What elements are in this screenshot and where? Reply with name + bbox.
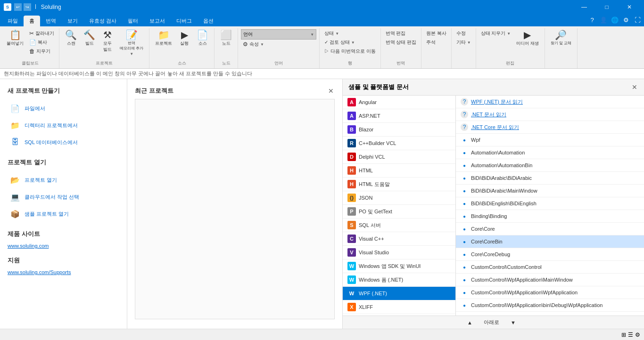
tab-view[interactable]: 보기: [62, 16, 83, 26]
sample-item[interactable]: ●CustomControl\WpfApplication\WpfApplica…: [456, 286, 644, 299]
maximize-button[interactable]: □: [596, 0, 618, 14]
sample-item[interactable]: ●Core\CoreDebug: [456, 248, 644, 261]
sample-item[interactable]: ●Core\CoreBin: [456, 235, 644, 248]
samples-body: AAngularAASP.NETBBlazorRC++Builder VCLDD…: [343, 96, 644, 316]
sample-item[interactable]: ?.NET 문서 읽기: [456, 108, 644, 121]
tab-file[interactable]: 파일: [2, 16, 24, 26]
original-copy-button[interactable]: 원본 복사: [424, 29, 448, 38]
properties-button[interactable]: ⚙ 속성 ▼: [241, 40, 316, 49]
sample-item[interactable]: ?WPF (.NET) 문서 읽기: [456, 96, 644, 108]
category-item-wpf[interactable]: WWPF (.NET): [343, 287, 455, 300]
category-item-po[interactable]: PPO 및 GetText: [343, 205, 455, 219]
scan-button[interactable]: 🔍 스캔: [62, 29, 80, 48]
redo-button[interactable]: ↪: [24, 3, 31, 11]
category-item-vcpp[interactable]: CVisual C++: [343, 232, 455, 246]
category-item-angular[interactable]: AAngular: [343, 96, 455, 109]
copy-button[interactable]: 📄 복사: [27, 38, 56, 47]
new-from-sql-button[interactable]: 🗄 SQL 데이터베이스에서: [8, 134, 119, 151]
tab-report[interactable]: 보고서: [144, 16, 171, 26]
sample-item[interactable]: ●Binding\Binding: [456, 210, 644, 223]
category-item-blazor[interactable]: BBlazor: [343, 123, 455, 137]
sample-item[interactable]: ●CustomControl\CustomControl: [456, 261, 644, 274]
language-selector[interactable]: 언어 ▼: [241, 29, 316, 40]
category-item-win-app[interactable]: WWindows 앱 SDK 및 WinUI: [343, 259, 455, 273]
nav-down-button[interactable]: ▼: [507, 319, 520, 326]
modify-button[interactable]: 수정: [454, 29, 473, 38]
sample-item[interactable]: ●BiDi\BiDiEnglish\BiDiEnglish: [456, 197, 644, 210]
new-from-dir-button[interactable]: 📁 디렉터리 프로젝트에서: [8, 117, 119, 134]
project2-button[interactable]: 📁 프로젝트: [152, 29, 175, 48]
paste-button[interactable]: 📋 붙여넣기: [4, 29, 26, 48]
check-status-button[interactable]: ✓ 검토 상태 ▼: [322, 38, 377, 47]
cut-button[interactable]: ✂ 잘라내기: [27, 29, 56, 38]
cloud-work-button[interactable]: 💻 클라우드에서 작업 선택: [8, 188, 119, 205]
sample-project-button[interactable]: 📦 샘플 프로젝트 열기: [8, 205, 119, 222]
sample-item[interactable]: ●Automation\Automation: [456, 146, 644, 159]
sample-item[interactable]: ●CustomControl\WpfApplication\bin\Debug\…: [456, 299, 644, 312]
category-item-html-help[interactable]: HHTML 도움말: [343, 178, 455, 191]
category-item-win-forms[interactable]: WWindows 폼 (.NET): [343, 273, 455, 287]
status-grid-icon[interactable]: ⊞: [621, 332, 626, 338]
category-item-json[interactable]: {}JSON: [343, 191, 455, 205]
sample-item[interactable]: ●Core\Core: [456, 223, 644, 235]
media-play-button[interactable]: ▶ 미디어 재생: [513, 29, 542, 48]
sample-item[interactable]: ●BiDi\BiDiArabic\MainWindow: [456, 185, 644, 197]
new-from-file-button[interactable]: 📄 파일에서: [8, 100, 119, 117]
sample-item[interactable]: ●Automation\AutomationBin: [456, 159, 644, 172]
trans-status-button[interactable]: 번역 상태 편집: [384, 38, 419, 47]
delete-button[interactable]: 🗑 지우기: [27, 47, 56, 56]
state-erase-button[interactable]: 상태 지우기 ▼: [479, 29, 512, 38]
find-replace-button[interactable]: 🔎 찾기 및 교체: [548, 29, 574, 47]
build-button[interactable]: 🔨 빌드: [81, 29, 98, 48]
tab-options[interactable]: 옵션: [198, 16, 219, 26]
category-item-xliff[interactable]: XXLIFF: [343, 300, 455, 314]
cat-label-delphi: Delphi VCL: [359, 154, 385, 160]
sample-icon: ●: [461, 187, 468, 194]
tab-translate[interactable]: 번역: [40, 16, 62, 26]
category-item-cpp[interactable]: RC++Builder VCL: [343, 137, 455, 150]
category-item-asp[interactable]: AASP.NET: [343, 109, 455, 123]
build-all-button[interactable]: ⚒ 모두빌드: [99, 29, 116, 54]
expand-icon[interactable]: ⛶: [633, 15, 642, 24]
other-button[interactable]: 기타 ▼: [454, 38, 473, 47]
undo-button[interactable]: ↩: [14, 3, 22, 11]
sample-item[interactable]: ●BiDi\BiDiArabic\BiDiArabic: [456, 172, 644, 185]
trans-edit-button[interactable]: 번역 편집: [384, 29, 419, 38]
support-link[interactable]: www.soluling.com/Supports: [8, 269, 119, 275]
recent-close-button[interactable]: ✕: [327, 87, 335, 95]
tab-debug[interactable]: 디버그: [171, 16, 198, 26]
delete-icon: 🗑: [29, 48, 35, 55]
run-button[interactable]: ▶ 실행: [176, 29, 193, 48]
sample-item[interactable]: ?.NET Core 문서 읽기: [456, 121, 644, 134]
settings-icon[interactable]: ⚙: [621, 15, 631, 24]
open-project-button[interactable]: 📂 프로젝트 열기: [8, 171, 119, 188]
tab-home[interactable]: 홈: [24, 16, 40, 26]
tab-validation[interactable]: 유효성 검사: [83, 16, 122, 26]
comment-button[interactable]: 주석: [424, 38, 448, 47]
nav-up-button[interactable]: ▲: [463, 319, 476, 326]
category-item-vs[interactable]: VVisual Studio: [343, 246, 455, 259]
network-icon[interactable]: 🌐: [610, 15, 619, 24]
minimize-button[interactable]: —: [573, 0, 595, 14]
tab-filter[interactable]: 필터: [122, 16, 144, 26]
sample-item[interactable]: ●Database\Database: [456, 312, 644, 316]
add-memory-button[interactable]: 📝 번역메모리에 추가 ▼: [117, 29, 146, 57]
product-link[interactable]: www.soluling.com: [8, 243, 119, 249]
next-trans-button[interactable]: ▷ 다음 미번역으로 이동: [322, 47, 377, 56]
translation-content: 번역 편집 번역 상태 편집: [384, 29, 419, 59]
sample-item[interactable]: ●Wpf: [456, 134, 644, 146]
source-button[interactable]: 📄 소스: [194, 29, 211, 48]
sample-icon: ●: [461, 251, 468, 258]
category-item-delphi[interactable]: DDelphi VCL: [343, 150, 455, 164]
sample-item[interactable]: ●CustomControl\WpfApplication\MainWindow: [456, 274, 644, 286]
close-button[interactable]: ✕: [619, 0, 640, 14]
help-icon[interactable]: ?: [587, 15, 597, 24]
category-item-html[interactable]: HHTML: [343, 164, 455, 178]
user-icon[interactable]: 👤: [599, 15, 608, 24]
category-item-sql[interactable]: SSQL 서버: [343, 219, 455, 232]
status-button[interactable]: 상태 ▼: [322, 29, 377, 38]
status-list-icon[interactable]: ☰: [628, 332, 633, 338]
node-button[interactable]: ⬜ 노드: [217, 29, 235, 48]
status-settings-icon[interactable]: ⚙: [635, 332, 640, 338]
samples-close-button[interactable]: ✕: [631, 83, 638, 91]
